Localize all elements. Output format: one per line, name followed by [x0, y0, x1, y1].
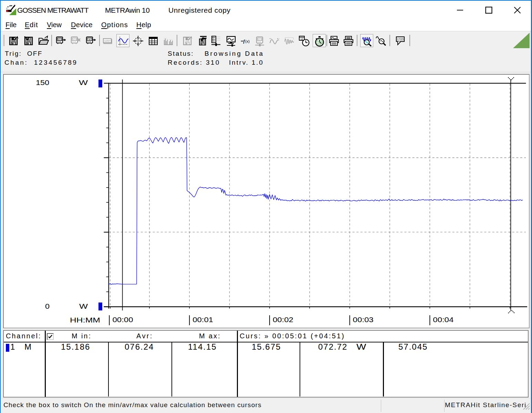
- svg-text:HH:MM: HH:MM: [70, 316, 100, 324]
- svg-text:M: M: [88, 38, 91, 41]
- svg-text:00:02: 00:02: [273, 316, 293, 324]
- svg-text:1?23: 1?23: [397, 38, 404, 41]
- svg-text:321: 321: [58, 38, 62, 41]
- svg-text:321: 321: [258, 38, 262, 41]
- svg-text:00:04: 00:04: [433, 316, 453, 324]
- svg-text:00:01: 00:01: [192, 316, 213, 324]
- svg-text:1257: 1257: [104, 39, 111, 42]
- svg-text:00:00: 00:00: [113, 316, 133, 324]
- svg-text:321: 321: [72, 38, 77, 41]
- svg-text:150: 150: [36, 79, 49, 86]
- svg-text:W: W: [79, 79, 88, 86]
- svg-text:0: 0: [45, 303, 50, 310]
- svg-text:12: 12: [300, 38, 303, 41]
- svg-text:(x): (x): [245, 39, 250, 43]
- svg-text:00:03: 00:03: [353, 316, 374, 324]
- svg-text:W: W: [79, 303, 88, 310]
- svg-text:=f: =f: [241, 39, 245, 44]
